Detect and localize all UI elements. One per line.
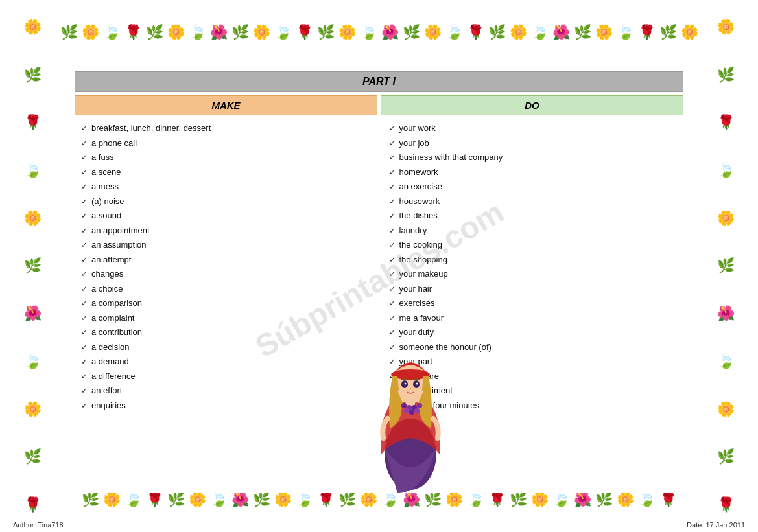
svg-point-13	[409, 410, 414, 415]
leaf-icon: 🌿	[574, 24, 591, 41]
checkmark-icon: ✓	[81, 122, 88, 134]
list-item: ✓a difference	[81, 370, 370, 383]
svg-point-14	[414, 408, 420, 413]
make-item-text: a phone call	[91, 137, 137, 150]
flower-yellow-icon: 🌼	[424, 24, 442, 41]
make-item-text: an effort	[91, 384, 122, 397]
checkmark-icon: ✓	[389, 210, 396, 222]
list-item: ✓enquiries	[81, 399, 370, 412]
leaf-icon: 🍃	[381, 491, 399, 508]
leaf-icon: 🌿	[403, 24, 420, 41]
list-item: ✓a choice	[81, 283, 370, 295]
leaf-icon: 🍃	[274, 24, 292, 41]
leaf-icon: 🍃	[210, 491, 228, 508]
do-item-text: exercises	[399, 297, 435, 310]
make-item-text: an appointment	[91, 224, 150, 237]
do-item-text: your makeup	[399, 268, 448, 281]
do-header: DO	[381, 95, 683, 115]
flower-yellow-icon: 🌼	[274, 491, 292, 508]
leaf-icon: 🌿	[717, 67, 735, 84]
make-column: ✓breakfast, lunch, dinner, dessert✓a pho…	[75, 122, 376, 413]
flower-yellow-icon: 🌼	[617, 491, 634, 508]
border-left: 🌼 🌿 🌹 🍃 🌼 🌿 🌺 🍃 🌼 🌿 🌹	[0, 0, 65, 532]
flower-yellow-icon: 🌼	[253, 24, 270, 41]
leaf-icon: 🍃	[638, 491, 656, 508]
svg-point-6	[404, 383, 406, 385]
list-item: ✓your makeup	[389, 268, 678, 281]
leaf-icon: 🌿	[488, 24, 506, 41]
flower-yellow-icon: 🌼	[24, 19, 41, 36]
leaf-icon: 🍃	[445, 24, 463, 41]
checkmark-icon: ✓	[81, 312, 88, 324]
list-item: ✓an exercise	[389, 180, 678, 193]
column-headers: MAKE DO	[75, 95, 683, 115]
flower-yellow-icon: 🌼	[360, 491, 377, 508]
leaf-icon: 🍃	[717, 353, 735, 370]
list-item: ✓housework	[389, 195, 678, 208]
do-item-text: laundry	[399, 224, 427, 237]
do-item-text: your job	[399, 137, 429, 150]
flower-yellow-icon: 🌼	[24, 210, 41, 227]
checkmark-icon: ✓	[389, 167, 396, 178]
list-item: ✓exercises	[389, 297, 678, 310]
date-label: Date: 17 Jan 2011	[687, 521, 745, 529]
checkmark-icon: ✓	[81, 167, 88, 178]
leaf-icon: 🌿	[253, 491, 270, 508]
checkmark-icon: ✓	[81, 152, 88, 163]
leaf-icon: 🌿	[82, 491, 99, 508]
list-item: ✓laundry	[389, 224, 678, 237]
list-item: ✓a mess	[81, 180, 370, 193]
checkmark-icon: ✓	[81, 297, 88, 309]
flower-darkred-icon: 🌹	[488, 491, 506, 508]
flower-darkred-icon: 🌹	[146, 491, 163, 508]
do-item-text: business with that company	[399, 151, 503, 164]
flower-red-icon: 🌺	[381, 24, 399, 41]
flower-darkred-icon: 🌹	[24, 496, 41, 513]
flower-yellow-icon: 🌼	[510, 24, 527, 41]
flower-yellow-icon: 🌼	[445, 491, 463, 508]
leaf-icon: 🍃	[103, 24, 121, 41]
part-title: PART I	[362, 76, 396, 87]
leaf-icon: 🍃	[531, 24, 549, 41]
make-item-text: a comparison	[91, 297, 142, 310]
flower-yellow-icon: 🌼	[103, 491, 121, 508]
border-top: 🌿 🌼 🍃 🌹 🌿 🌼 🍃 🌺 🌿 🌼 🍃 🌹 🌿 🌼 🍃 🌺 🌿 🌼 🍃 🌹 …	[0, 0, 758, 65]
leaf-icon: 🌿	[317, 24, 335, 41]
border-right: 🌼 🌿 🌹 🍃 🌼 🌿 🌺 🍃 🌼 🌿 🌹	[693, 0, 758, 532]
do-item-text: housework	[399, 195, 440, 208]
make-header: MAKE	[75, 95, 377, 115]
make-item-text: a demand	[91, 355, 129, 368]
checkmark-icon: ✓	[81, 385, 88, 397]
flower-red-icon: 🌹	[124, 24, 142, 41]
list-item: ✓homework	[389, 166, 678, 179]
leaf-icon: 🌿	[424, 491, 442, 508]
checkmark-icon: ✓	[389, 152, 396, 163]
flower-yellow-icon: 🌼	[189, 491, 206, 508]
leaf-icon: 🍃	[189, 24, 206, 41]
anime-character-image	[359, 312, 462, 493]
svg-point-7	[416, 383, 418, 385]
checkmark-icon: ✓	[81, 254, 88, 266]
part-header: PART I	[75, 71, 683, 92]
checkmark-icon: ✓	[81, 400, 88, 411]
flower-red-icon: 🌺	[231, 491, 249, 508]
leaf-icon: 🌿	[24, 67, 41, 84]
list-item: ✓business with that company	[389, 151, 678, 164]
checkmark-icon: ✓	[81, 239, 88, 251]
list-item: ✓a phone call	[81, 137, 370, 150]
flower-yellow-icon: 🌼	[531, 491, 549, 508]
checkmark-icon: ✓	[389, 137, 396, 149]
checkmark-icon: ✓	[81, 210, 88, 222]
make-item-text: an assumption	[91, 238, 147, 251]
flower-darkred-icon: 🌹	[467, 24, 484, 41]
flower-yellow-icon: 🌼	[717, 19, 735, 36]
do-item-text: homework	[399, 166, 438, 179]
flower-yellow-icon: 🌼	[82, 24, 99, 41]
flower-darkred-icon: 🌹	[638, 24, 656, 41]
checkmark-icon: ✓	[81, 268, 88, 280]
flower-darkred-icon: 🌹	[24, 114, 41, 131]
checkmark-icon: ✓	[81, 137, 88, 149]
list-item: ✓an appointment	[81, 224, 370, 237]
make-item-text: an attempt	[91, 253, 131, 266]
checkmark-icon: ✓	[389, 122, 396, 134]
